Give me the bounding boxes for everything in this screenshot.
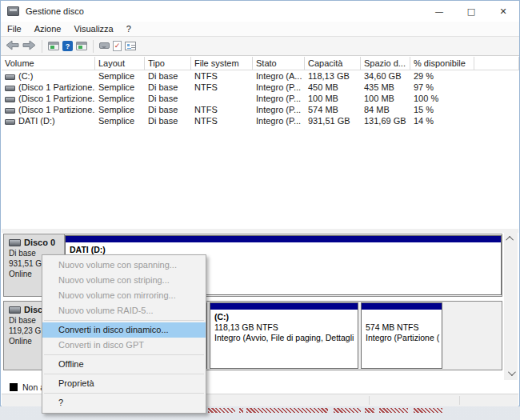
partition-recovery-574[interactable]: 574 MB NTFS Integro (Partizione ( bbox=[361, 302, 442, 369]
statusbar-divider bbox=[369, 396, 370, 405]
menu-bar: File Azione Visualizza ? bbox=[1, 22, 519, 36]
col-spazio[interactable]: Spazio d... bbox=[361, 57, 410, 70]
menu-separator bbox=[44, 320, 204, 321]
chevron-up-icon bbox=[506, 236, 514, 244]
chevron-down-icon bbox=[508, 368, 516, 376]
scroll-down-button[interactable] bbox=[504, 366, 518, 380]
menu-separator bbox=[44, 354, 204, 355]
statusbar-divider bbox=[459, 396, 460, 405]
console-tree-icon[interactable] bbox=[76, 42, 87, 50]
col-file-system[interactable]: File system bbox=[191, 57, 253, 70]
menu-help[interactable]: ? bbox=[120, 22, 138, 35]
volume-icon bbox=[5, 86, 15, 91]
volume-icon bbox=[5, 119, 15, 125]
col-capacita[interactable]: Capacità bbox=[305, 57, 361, 70]
menu-file[interactable]: File bbox=[1, 22, 28, 35]
menu-visualizza[interactable]: Visualizza bbox=[67, 22, 119, 35]
window-title: Gestione disco bbox=[26, 6, 84, 16]
pane-splitter[interactable] bbox=[2, 229, 518, 233]
volume-icon bbox=[5, 108, 15, 114]
disk-context-menu: Nuovo volume con spanning... Nuovo volum… bbox=[42, 254, 206, 414]
scroll-up-button[interactable] bbox=[504, 232, 518, 246]
back-icon[interactable] bbox=[6, 39, 19, 54]
partition-color-band bbox=[210, 303, 358, 310]
menu-item-help[interactable]: ? bbox=[42, 395, 206, 410]
app-icon bbox=[7, 6, 19, 16]
popup-balloon-icon[interactable] bbox=[99, 42, 110, 49]
col-filler bbox=[474, 57, 519, 70]
table-row[interactable]: (Disco 1 Partizione... Semplice Di base … bbox=[2, 82, 519, 93]
menu-separator bbox=[44, 374, 204, 374]
vertical-scrollbar[interactable] bbox=[504, 232, 518, 380]
toolbar-separator bbox=[93, 40, 94, 53]
col-volume[interactable]: Volume bbox=[2, 57, 95, 70]
console-window-icon[interactable] bbox=[48, 42, 59, 50]
menu-azione[interactable]: Azione bbox=[28, 22, 68, 35]
menu-item-converti-disco-dinamico[interactable]: Converti in disco dinamico... bbox=[42, 322, 206, 338]
col-tipo[interactable]: Tipo bbox=[145, 57, 191, 70]
toolbar-separator bbox=[42, 40, 42, 53]
volume-icon bbox=[5, 97, 15, 102]
disk-icon bbox=[9, 306, 21, 314]
toolbar: ? ✓ bbox=[1, 36, 519, 56]
menu-item-proprieta[interactable]: Proprietà bbox=[42, 376, 206, 391]
minimize-button[interactable]: — bbox=[423, 1, 455, 22]
table-row[interactable]: DATI (D:) Semplice Di base NTFS Integro … bbox=[2, 115, 519, 126]
close-button[interactable]: ✕ bbox=[487, 1, 519, 22]
col-disponibile[interactable]: % disponibile bbox=[410, 57, 474, 70]
forward-icon[interactable] bbox=[22, 39, 36, 54]
partition-color-band bbox=[362, 303, 442, 310]
col-layout[interactable]: Layout bbox=[95, 57, 145, 70]
check-document-icon[interactable]: ✓ bbox=[113, 41, 122, 51]
properties-icon[interactable] bbox=[125, 42, 136, 50]
table-row[interactable]: (Disco 1 Partizione... Semplice Di base … bbox=[2, 104, 519, 115]
menu-item-nuovo-volume-striping: Nuovo volume con striping... bbox=[42, 273, 206, 288]
menu-item-nuovo-volume-mirroring: Nuovo volume con mirroring... bbox=[42, 288, 206, 303]
partition-color-band bbox=[66, 236, 501, 243]
menu-item-offline[interactable]: Offline bbox=[42, 357, 206, 372]
menu-separator bbox=[44, 393, 204, 394]
col-stato[interactable]: Stato bbox=[253, 57, 305, 70]
title-bar: Gestione disco — □ ✕ bbox=[1, 1, 519, 22]
legend-swatch-unallocated bbox=[10, 383, 18, 391]
caption-buttons: — □ ✕ bbox=[423, 1, 519, 22]
volume-list: Volume Layout Tipo File system Stato Cap… bbox=[2, 57, 519, 126]
partition-c[interactable]: (C:) 118,13 GB NTFS Integro (Avvio, File… bbox=[210, 302, 358, 369]
maximize-button[interactable]: □ bbox=[455, 1, 487, 22]
volume-list-header: Volume Layout Tipo File system Stato Cap… bbox=[2, 57, 519, 70]
disk-icon bbox=[9, 239, 21, 246]
menu-item-nuovo-volume-spanning: Nuovo volume con spanning... bbox=[42, 258, 206, 273]
volume-icon bbox=[5, 74, 15, 80]
menu-item-converti-disco-gpt: Converti in disco GPT bbox=[42, 338, 206, 353]
menu-item-nuovo-volume-raid5: Nuovo volume RAID-5... bbox=[42, 303, 206, 318]
table-row[interactable]: (Disco 1 Partizione... Semplice Di base … bbox=[2, 93, 519, 104]
help-icon[interactable]: ? bbox=[62, 41, 73, 51]
table-row[interactable]: (C:) Semplice Di base NTFS Integro (A...… bbox=[2, 70, 519, 82]
